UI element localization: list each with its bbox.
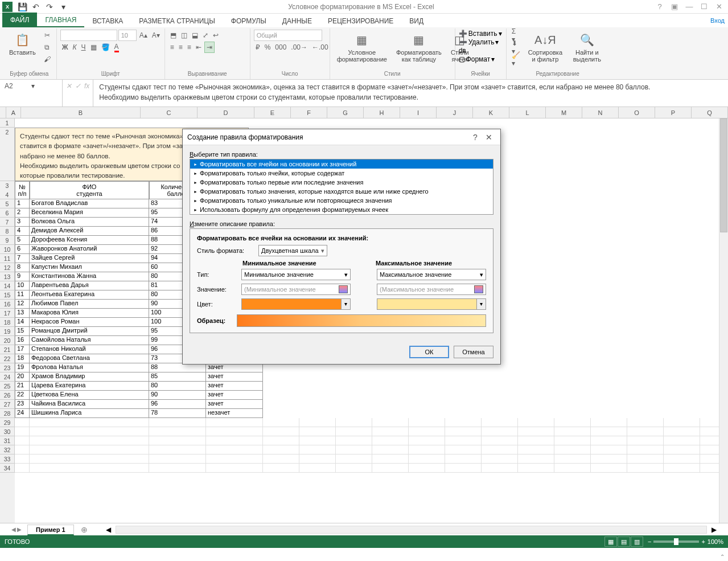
data-cell[interactable]: 16	[15, 336, 30, 345]
login-link[interactable]: Вход	[710, 17, 725, 24]
column-header[interactable]: B	[21, 107, 141, 118]
save-icon[interactable]: 💾	[16, 1, 28, 13]
ok-button[interactable]: ОК	[409, 346, 449, 358]
row-header[interactable]: 24	[0, 372, 15, 382]
data-cell[interactable]: зачет	[206, 391, 263, 400]
row-header[interactable]: 20	[0, 336, 15, 345]
rule-type-item[interactable]: Форматировать только значения, которые н…	[190, 187, 493, 196]
fill-color-icon[interactable]: 🪣	[100, 42, 112, 53]
row-header[interactable]: 31	[0, 436, 15, 445]
row-header[interactable]: 29	[0, 418, 15, 427]
tab-layout[interactable]: РАЗМЕТКА СТРАНИЦЫ	[131, 15, 223, 27]
sheet-prev-icon[interactable]: ◀	[11, 526, 16, 533]
row-header[interactable]: 13	[0, 272, 15, 281]
help-icon[interactable]: ?	[653, 1, 667, 13]
orientation-icon[interactable]: ⤢	[201, 30, 210, 41]
min-type-combo[interactable]: Минимальное значение▾	[241, 269, 351, 280]
data-cell[interactable]: Храмов Владимир	[30, 372, 149, 382]
data-cell[interactable]: 10	[15, 281, 30, 290]
data-cell[interactable]: 80	[149, 382, 206, 391]
font-size-combo[interactable]	[118, 30, 137, 41]
data-cell[interactable]: 24	[15, 409, 30, 418]
data-cell[interactable]: 15	[15, 327, 30, 336]
table-header-cell[interactable]: ФИОстудента	[30, 181, 149, 199]
tab-review[interactable]: РЕЦЕНЗИРОВАНИЕ	[320, 15, 401, 27]
align-bottom-icon[interactable]: ⬓	[190, 30, 200, 41]
data-cell[interactable]: 23	[15, 400, 30, 409]
data-cell[interactable]: 17	[15, 345, 30, 354]
align-right-icon[interactable]: ≡	[186, 42, 193, 53]
hscroll-left-icon[interactable]: ◀	[106, 526, 111, 534]
column-header[interactable]: O	[619, 107, 655, 118]
close-icon[interactable]: ✕	[712, 1, 726, 13]
sort-filter-button[interactable]: А↓Я Сортировка и фильтр	[524, 30, 566, 64]
font-name-combo[interactable]	[60, 30, 117, 41]
increase-decimal-icon[interactable]: .00→	[289, 42, 309, 53]
underline-button[interactable]: Ч	[80, 42, 88, 53]
align-left-icon[interactable]: ≡	[168, 42, 176, 53]
qat-dropdown-icon[interactable]: ▾	[57, 1, 69, 13]
data-cell[interactable]: 3	[15, 218, 30, 227]
max-color-combo[interactable]: ▾	[377, 298, 486, 310]
confirm-edit-icon[interactable]: ✓	[75, 82, 81, 90]
data-cell[interactable]: Любимов Павел	[30, 300, 149, 309]
data-cell[interactable]: 9	[15, 272, 30, 281]
row-header[interactable]: 22	[0, 354, 15, 363]
decrease-indent-icon[interactable]: ⇤	[194, 42, 203, 53]
cancel-edit-icon[interactable]: ✕	[66, 82, 72, 90]
row-header[interactable]: 7	[0, 218, 15, 227]
row-header[interactable]: 27	[0, 400, 15, 409]
delete-cells-button[interactable]: ➖ Удалить ▾	[459, 38, 499, 46]
font-color-icon[interactable]: А	[113, 42, 121, 53]
style-format-combo[interactable]: Двухцветная шкала	[258, 245, 327, 256]
format-cells-button[interactable]: ▢ Формат ▾	[459, 55, 495, 63]
row-header[interactable]: 16	[0, 300, 15, 309]
data-cell[interactable]: Лаврентьева Дарья	[30, 281, 149, 290]
column-header[interactable]: F	[291, 107, 327, 118]
data-cell[interactable]: 85	[149, 372, 206, 382]
row-header[interactable]: 18	[0, 318, 15, 327]
data-cell[interactable]: Царева Екатерина	[30, 382, 149, 391]
tab-view[interactable]: ВИД	[401, 15, 431, 27]
data-cell[interactable]: Константинова Жанна	[30, 272, 149, 281]
rule-type-item[interactable]: Форматировать только первые или последни…	[190, 178, 493, 187]
row-header[interactable]: 10	[0, 245, 15, 254]
data-cell[interactable]: 18	[15, 354, 30, 363]
sheet-next-icon[interactable]: ▶	[17, 526, 22, 533]
row-header[interactable]: 17	[0, 309, 15, 318]
data-cell[interactable]: Волкова Ольга	[30, 218, 149, 227]
row-header[interactable]: 5	[0, 199, 15, 208]
format-painter-icon[interactable]: 🖌	[42, 54, 53, 65]
add-sheet-icon[interactable]: ⊕	[76, 525, 92, 534]
data-cell[interactable]: 78	[149, 409, 206, 418]
data-cell[interactable]: 22	[15, 391, 30, 400]
row-header[interactable]: 14	[0, 281, 15, 290]
column-header[interactable]: L	[509, 107, 546, 118]
row-header[interactable]: 34	[0, 464, 15, 473]
column-header[interactable]: N	[582, 107, 619, 118]
paste-button[interactable]: 📋 Вставить	[6, 30, 39, 57]
column-header[interactable]: H	[364, 107, 400, 118]
rule-type-item[interactable]: Форматировать все ячейки на основании их…	[190, 159, 493, 169]
decrease-font-icon[interactable]: A▾	[150, 30, 162, 41]
normal-view-icon[interactable]: ▦	[604, 537, 617, 547]
data-cell[interactable]: 90	[149, 391, 206, 400]
data-cell[interactable]: 6	[15, 245, 30, 254]
cut-icon[interactable]: ✂	[42, 30, 53, 41]
currency-icon[interactable]: ₽	[254, 42, 262, 53]
insert-cells-button[interactable]: ➕ Вставить ▾	[459, 30, 502, 38]
min-value-field[interactable]: (Минимальное значение	[241, 284, 351, 295]
data-cell[interactable]: 1	[15, 199, 30, 208]
data-cell[interactable]: 8	[15, 263, 30, 272]
table-row[interactable]: 21Царева Екатерина80зачет	[15, 382, 728, 391]
vertical-scrollbar[interactable]	[719, 118, 728, 523]
max-value-field[interactable]: (Максимальное значение	[377, 284, 486, 295]
data-cell[interactable]: Богатов Владислав	[30, 199, 149, 208]
zoom-slider[interactable]	[653, 540, 699, 543]
row-header[interactable]: 2	[0, 128, 15, 181]
row-header[interactable]: 1	[0, 118, 15, 128]
data-cell[interactable]: 11	[15, 290, 30, 300]
table-row[interactable]: 22Цветкова Елена90зачет	[15, 391, 728, 400]
row-header[interactable]: 26	[0, 391, 15, 400]
data-cell[interactable]: Цветкова Елена	[30, 391, 149, 400]
